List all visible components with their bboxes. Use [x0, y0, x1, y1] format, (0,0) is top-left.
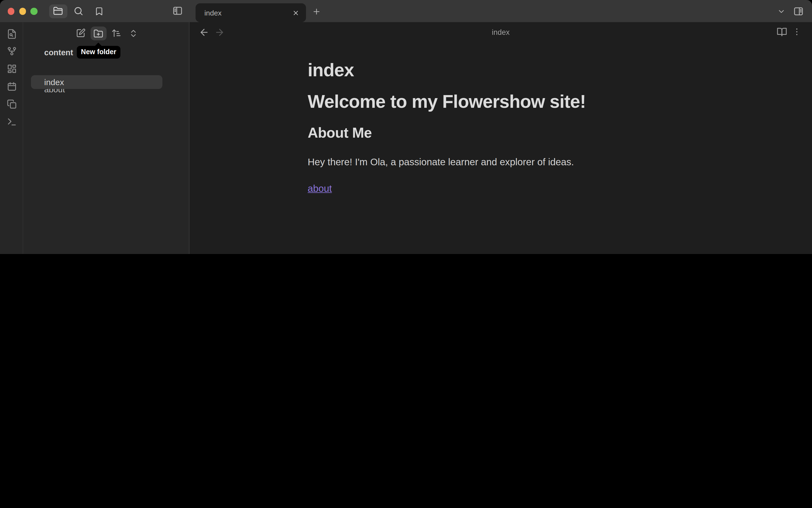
- file-explorer: New folder content about index: [23, 22, 189, 254]
- new-note-button[interactable]: [76, 28, 85, 38]
- bookmark-icon: [94, 6, 104, 16]
- vault-title[interactable]: content: [44, 48, 73, 57]
- tab-title: index: [204, 9, 291, 17]
- new-tab-button[interactable]: [312, 7, 321, 16]
- new-folder-button[interactable]: [90, 27, 106, 40]
- file-name: index: [44, 77, 64, 87]
- note-heading: Welcome to my Flowershow site!: [308, 91, 705, 112]
- about-link[interactable]: about: [308, 183, 332, 194]
- traffic-light-zoom[interactable]: [31, 8, 37, 15]
- bookmarks-view-button[interactable]: [94, 6, 104, 16]
- new-note-icon: [76, 28, 85, 38]
- sort-icon: [111, 28, 121, 38]
- calendar-icon: [6, 81, 17, 91]
- reading-mode-button[interactable]: [777, 27, 787, 37]
- copy-icon: [6, 99, 17, 109]
- chevrons-up-down-icon: [129, 29, 138, 38]
- note-paragraph: Hey there! I'm Ola, a passionate learner…: [308, 157, 705, 168]
- right-sidebar-toggle[interactable]: [793, 6, 804, 16]
- more-options-button[interactable]: [792, 27, 802, 37]
- tab-close-button[interactable]: [291, 8, 300, 18]
- note-subheading: About Me: [308, 124, 705, 141]
- obsidian-window: index: [0, 0, 812, 254]
- sort-order-button[interactable]: [111, 28, 121, 38]
- tab-index[interactable]: index: [196, 3, 306, 22]
- layout-dashboard-icon: [6, 63, 17, 74]
- plus-icon: [312, 7, 321, 16]
- new-folder-tooltip: New folder: [77, 46, 121, 58]
- note-title: index: [308, 60, 705, 81]
- panel-left-icon: [172, 5, 183, 16]
- chevron-down-icon: [777, 7, 785, 15]
- traffic-light-close[interactable]: [7, 8, 14, 15]
- ribbon-canvas[interactable]: [6, 63, 17, 74]
- file-explorer-view-button[interactable]: [49, 4, 67, 18]
- file-item-index[interactable]: index: [31, 75, 162, 89]
- tab-list-button[interactable]: [777, 8, 785, 14]
- collapse-all-button[interactable]: [129, 29, 138, 38]
- book-open-icon: [777, 27, 787, 37]
- tooltip-text: New folder: [81, 48, 116, 56]
- search-icon: [74, 6, 83, 16]
- left-sidebar-toggle[interactable]: [172, 5, 183, 16]
- titlebar: index: [0, 0, 812, 22]
- new-folder-icon: [93, 29, 103, 38]
- breadcrumb[interactable]: index: [189, 28, 812, 37]
- ribbon-quick-switcher[interactable]: [6, 29, 17, 39]
- panel-right-icon: [793, 6, 804, 16]
- traffic-light-minimize[interactable]: [19, 8, 26, 15]
- ribbon-terminal[interactable]: [6, 116, 17, 127]
- ribbon-graph-view[interactable]: [6, 46, 17, 56]
- tooltip-caret: [95, 42, 101, 46]
- close-icon: [292, 9, 299, 16]
- terminal-icon: [6, 116, 17, 127]
- main-area: New folder content about index in: [0, 22, 812, 254]
- ribbon-templates[interactable]: [6, 99, 17, 109]
- git-fork-icon: [6, 46, 17, 56]
- file-search-icon: [6, 29, 17, 39]
- more-vertical-icon: [792, 27, 802, 37]
- folder-icon: [53, 6, 63, 16]
- search-view-button[interactable]: [74, 6, 83, 16]
- ribbon: [0, 22, 23, 254]
- note-link-wrap: about: [308, 183, 705, 195]
- ribbon-daily-note[interactable]: [6, 81, 17, 91]
- editor-pane: index index Welcome to my Flowershow sit…: [189, 22, 812, 254]
